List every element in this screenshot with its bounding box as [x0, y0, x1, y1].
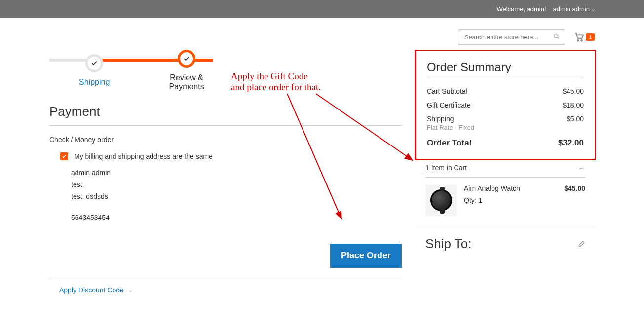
- payment-method: Check / Money order: [49, 136, 402, 144]
- place-order-button[interactable]: Place Order: [330, 244, 402, 268]
- summary-row-giftcert: Gift Certificate $18.00: [427, 98, 584, 112]
- svg-point-2: [577, 40, 579, 41]
- svg-point-0: [554, 34, 558, 38]
- order-summary: Order Summary Cart Subtotal $45.00 Gift …: [415, 50, 596, 160]
- ship-to-title: Ship To:: [425, 236, 471, 252]
- user-menu[interactable]: admin admin ⌵: [553, 5, 595, 13]
- cart-items-header[interactable]: 1 Item in Cart ︿: [425, 163, 585, 178]
- search-icon[interactable]: [553, 33, 560, 40]
- checkout-progress: Shipping Review & Payments: [49, 50, 213, 91]
- address-line: test,: [71, 179, 402, 191]
- svg-line-1: [558, 37, 559, 39]
- search-input[interactable]: [459, 29, 564, 45]
- item-image: [425, 184, 457, 216]
- address-name: admin admin: [71, 167, 402, 179]
- step-circle: [85, 54, 103, 72]
- step-label: Shipping: [79, 78, 110, 87]
- summary-row-subtotal: Cart Subtotal $45.00: [427, 84, 584, 98]
- summary-value: $5.00: [567, 115, 584, 123]
- cart-icon: [574, 32, 585, 42]
- summary-value: $45.00: [563, 87, 584, 95]
- page-title: Payment: [49, 104, 402, 119]
- step-label: Review & Payments: [160, 73, 213, 91]
- step-shipping[interactable]: Shipping: [79, 54, 110, 87]
- address-phone: 5643453454: [71, 212, 402, 224]
- cart-item: Aim Analog Watch Qty: 1 $45.00: [425, 184, 585, 216]
- cart-count-badge: 1: [586, 33, 595, 41]
- total-label: Order Total: [427, 138, 471, 148]
- total-value: $32.00: [558, 138, 584, 148]
- shipping-desc: Flat Rate - Fixed: [427, 124, 584, 131]
- discount-label: Apply Discount Code: [59, 286, 124, 294]
- apply-discount-toggle[interactable]: Apply Discount Code ⌵: [49, 286, 402, 294]
- chevron-up-icon: ︿: [579, 163, 585, 172]
- step-circle: [178, 50, 195, 68]
- address-line: test, dsdsds: [71, 191, 402, 203]
- item-name: Aim Analog Watch: [464, 184, 564, 192]
- divider: [49, 277, 402, 277]
- item-qty: Qty: 1: [464, 196, 564, 204]
- summary-title: Order Summary: [427, 60, 584, 74]
- divider: [49, 125, 402, 126]
- divider: [427, 78, 584, 78]
- user-name: admin admin: [553, 5, 590, 13]
- chevron-down-icon: ⌵: [592, 6, 595, 12]
- billing-address: admin admin test, test, dsdsds 564345345…: [60, 167, 402, 224]
- search-box: [459, 29, 564, 45]
- item-price: $45.00: [564, 184, 585, 216]
- summary-label: Gift Certificate: [427, 101, 471, 109]
- mini-cart[interactable]: 1: [574, 32, 595, 42]
- cart-items-count: 1 Item in Cart: [425, 164, 467, 172]
- summary-value: $18.00: [563, 101, 584, 109]
- edit-icon[interactable]: [577, 240, 585, 248]
- welcome-text: Welcome, admin!: [496, 5, 546, 13]
- same-address-label: My billing and shipping address are the …: [74, 152, 213, 160]
- check-icon: [91, 60, 98, 67]
- chevron-down-icon: ⌵: [129, 287, 132, 293]
- top-bar: Welcome, admin! admin admin ⌵: [0, 0, 644, 18]
- header-row: 1: [0, 18, 644, 50]
- summary-label: Cart Subtotal: [427, 87, 467, 95]
- ship-to-section: Ship To:: [415, 227, 596, 260]
- cart-items-section: 1 Item in Cart ︿ Aim Analog Watch Qty: 1…: [415, 160, 596, 227]
- same-address-row[interactable]: My billing and shipping address are the …: [60, 152, 402, 160]
- same-address-checkbox[interactable]: [60, 152, 68, 160]
- check-icon: [183, 55, 190, 62]
- svg-point-3: [581, 40, 582, 41]
- summary-row-total: Order Total $32.00: [427, 131, 584, 150]
- summary-label: Shipping: [427, 115, 454, 123]
- step-review-payments[interactable]: Review & Payments: [160, 50, 213, 91]
- check-icon: [62, 154, 67, 159]
